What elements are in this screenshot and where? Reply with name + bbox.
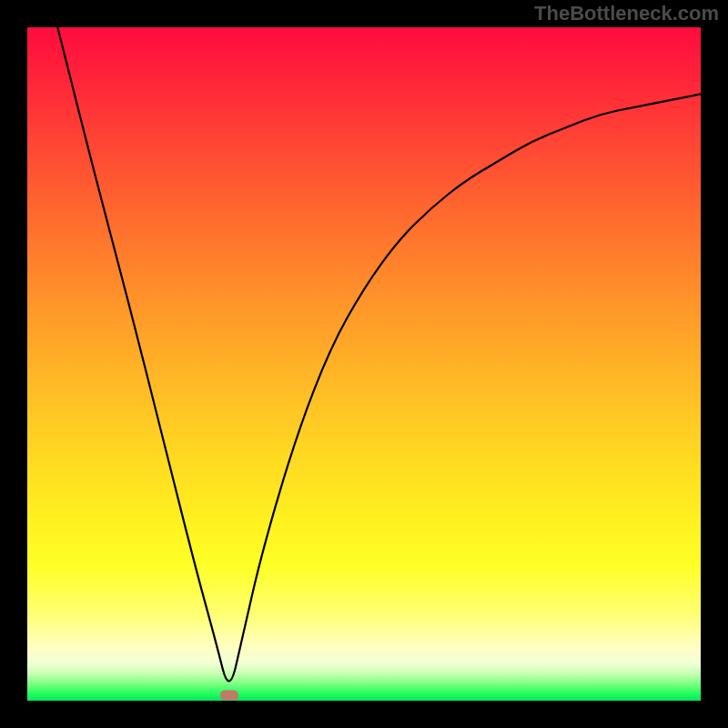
curve-svg — [27, 27, 701, 701]
chart-frame: TheBottleneck.com — [0, 0, 728, 728]
watermark-text: TheBottleneck.com — [534, 2, 719, 25]
bottleneck-curve — [27, 27, 701, 681]
optimum-marker — [220, 691, 238, 701]
plot-area — [27, 27, 701, 701]
